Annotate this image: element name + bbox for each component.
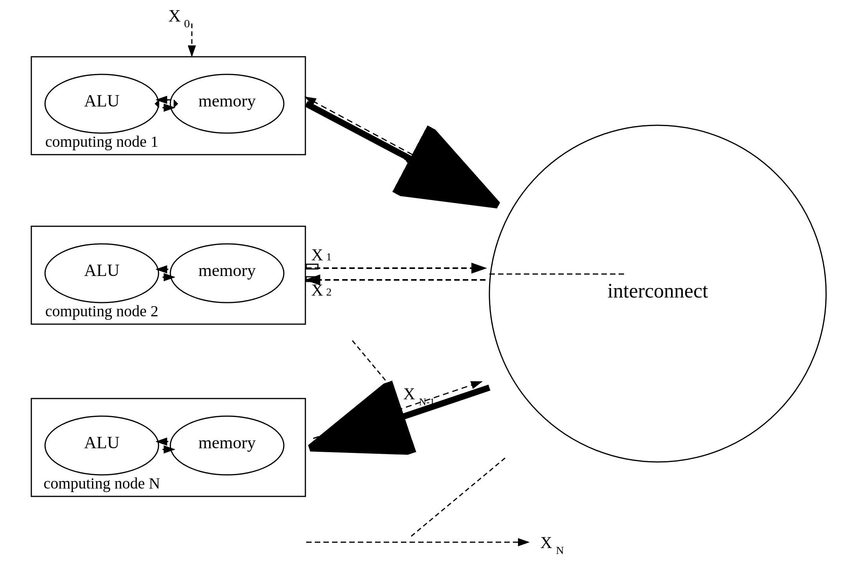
xn-subscript: N: [556, 544, 564, 556]
node2-label: computing node 2: [45, 302, 159, 320]
svg-line-38: [411, 458, 505, 536]
xn1-label: X: [403, 385, 415, 403]
x2-subscript: 2: [326, 286, 332, 298]
xn1-subscript: N-1: [419, 396, 435, 408]
svg-line-28: [305, 97, 482, 192]
memory-label-n: memory: [199, 433, 256, 452]
diagram: ALU memory computing node 1 ALU memory c…: [0, 0, 868, 588]
interconnect-label: interconnect: [608, 280, 709, 302]
x0-label: X: [168, 6, 181, 25]
alu-label-2: ALU: [84, 261, 119, 280]
x0-subscript: 0: [184, 17, 190, 30]
x1-mid-subscript: 1: [326, 251, 332, 263]
memory-label-2: memory: [199, 261, 256, 280]
x1-top-subscript: 1: [418, 166, 424, 179]
svg-line-34: [352, 341, 392, 388]
x2-label: X: [311, 281, 323, 299]
xn-label: X: [540, 534, 552, 552]
memory-label-1: memory: [199, 91, 256, 110]
alu-label-n: ALU: [84, 433, 119, 452]
svg-line-36: [313, 382, 482, 438]
x1-top-label: X: [403, 156, 415, 174]
noden-label: computing node N: [43, 474, 160, 492]
x1-mid-label: X: [311, 246, 323, 264]
alu-label-1: ALU: [84, 91, 119, 110]
svg-line-27: [306, 104, 487, 200]
node1-label: computing node 1: [45, 133, 159, 150]
